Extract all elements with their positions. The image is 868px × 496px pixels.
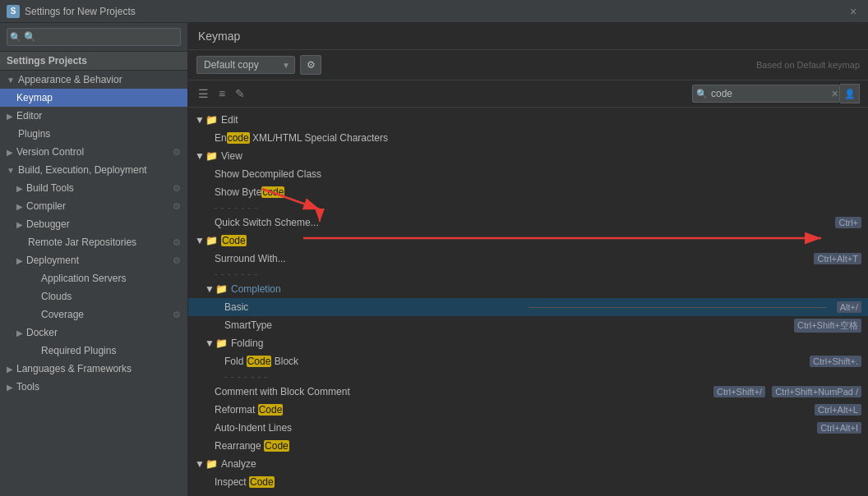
quick-switch-shortcut: Ctrl+ (835, 217, 861, 228)
keymap-label: Keymap (16, 92, 53, 103)
bytecode-highlight: code (261, 186, 284, 198)
sidebar-item-coverage[interactable]: Coverage ⚙ (0, 305, 187, 324)
content-header: Keymap (188, 23, 868, 50)
divider-3: - - - - - - - (188, 370, 868, 383)
comment-block-shortcut1: Ctrl+Shift+/ (713, 386, 765, 397)
tree-item-rearrange-code[interactable]: Rearrange Code (188, 437, 868, 455)
tree-item-smarttype[interactable]: SmartType Ctrl+Shift+空格 (188, 316, 868, 334)
content-panel: Keymap Default copy ▼ ⚙ Based on Default… (188, 23, 868, 496)
tree-item-surround-with[interactable]: Surround With... Ctrl+Alt+T (188, 250, 868, 268)
reformat-code-shortcut: Ctrl+Alt+L (815, 404, 861, 416)
folding-expand-arrow: ▼ (205, 338, 213, 349)
fold-code-shortcut: Ctrl+Shift+. (810, 356, 861, 367)
edit-folder-icon: 📁 (205, 114, 218, 126)
docker-arrow: ▶ (16, 328, 23, 338)
sidebar-item-application-servers[interactable]: Application Servers (0, 269, 187, 287)
sidebar: 🔍 Settings Projects ▼ Appearance & Behav… (0, 23, 188, 496)
expand-all-button[interactable]: ≡ (217, 85, 227, 102)
sidebar-item-deployment[interactable]: ▶ Deployment ⚙ (0, 251, 187, 269)
debugger-label: Debugger (26, 218, 70, 230)
quick-switch-label: Quick Switch Scheme... (215, 217, 832, 228)
completion-expand-arrow: ▼ (205, 283, 213, 295)
remote-jar-label: Remote Jar Repositories (28, 237, 136, 248)
tree-item-encode-xml[interactable]: Encode XML/HTML Special Characters (188, 129, 868, 147)
tree-item-comment-block[interactable]: Comment with Block Comment Ctrl+Shift+/ … (188, 383, 868, 401)
version-control-arrow: ▶ (7, 148, 13, 157)
reformat-code-label: Reformat Code (215, 404, 811, 416)
sidebar-item-build-tools[interactable]: ▶ Build Tools ⚙ (0, 179, 187, 197)
analyze-folder-icon: 📁 (205, 458, 218, 470)
keymap-toolbar: Default copy ▼ ⚙ Based on Default keymap (188, 50, 868, 80)
tree-item-auto-indent[interactable]: Auto-Indent Lines Ctrl+Alt+I (188, 419, 868, 437)
keymap-tree: ▼ 📁 Edit Encode XML/HTML Special Charact… (188, 108, 868, 496)
plugins-label: Plugins (18, 128, 50, 140)
inspect-code-highlight: Code (249, 476, 275, 488)
tree-group-code[interactable]: ▼ 📁 Code (188, 232, 868, 250)
compiler-arrow: ▶ (16, 202, 23, 211)
basic-line (529, 307, 826, 308)
sidebar-item-tools[interactable]: ▶ Tools (0, 378, 187, 396)
sidebar-item-docker[interactable]: ▶ Docker (0, 324, 187, 342)
tree-group-folding[interactable]: ▼ 📁 Folding (188, 334, 868, 352)
build-tools-gear: ⚙ (173, 183, 181, 194)
tree-group-analyze[interactable]: ▼ 📁 Analyze (188, 455, 868, 473)
tree-item-show-bytecode[interactable]: Show Bytecode (188, 183, 868, 201)
show-decompiled-label: Show Decompiled Class (215, 168, 861, 180)
tree-item-quick-switch[interactable]: Quick Switch Scheme... Ctrl+ (188, 214, 868, 232)
sidebar-item-debugger[interactable]: ▶ Debugger (0, 215, 187, 233)
languages-arrow: ▶ (7, 365, 13, 374)
appearance-arrow: ▼ (7, 76, 15, 85)
sidebar-item-editor[interactable]: ▶ Editor (0, 107, 187, 125)
divider-2: - - - - - - - (188, 268, 868, 280)
edit-shortcut-button[interactable]: ✎ (233, 85, 247, 102)
sidebar-search-input[interactable] (7, 28, 181, 46)
keymap-search-input[interactable] (692, 85, 840, 103)
tree-item-show-decompiled[interactable]: Show Decompiled Class (188, 165, 868, 183)
build-execution-arrow: ▼ (7, 166, 15, 175)
sidebar-item-build-execution[interactable]: ▼ Build, Execution, Deployment (0, 161, 187, 179)
show-bytecode-label: Show Bytecode (215, 186, 861, 198)
sidebar-item-compiler[interactable]: ▶ Compiler ⚙ (0, 197, 187, 215)
build-tools-arrow: ▶ (16, 184, 23, 193)
encode-highlight: code (227, 132, 250, 144)
tree-item-basic[interactable]: Basic Alt+/ (188, 298, 868, 316)
sidebar-item-settings-projects[interactable]: Settings Projects (0, 52, 187, 71)
basic-shortcut: Alt+/ (837, 301, 861, 313)
sidebar-item-keymap[interactable]: Keymap (0, 89, 187, 107)
languages-label: Languages & Frameworks (16, 363, 132, 374)
tree-group-edit[interactable]: ▼ 📁 Edit (188, 111, 868, 129)
search-options-button[interactable]: 👤 (840, 84, 860, 103)
sidebar-item-languages[interactable]: ▶ Languages & Frameworks (0, 360, 187, 378)
view-group-label: View (221, 150, 861, 162)
tree-group-view[interactable]: ▼ 📁 View (188, 147, 868, 165)
tree-group-completion[interactable]: ▼ 📁 Completion (188, 280, 868, 298)
edit-group-label: Edit (221, 114, 861, 126)
settings-gear-button[interactable]: ⚙ (300, 55, 321, 75)
sidebar-item-plugins[interactable]: Plugins (0, 125, 187, 143)
sidebar-item-required-plugins[interactable]: Required Plugins (0, 342, 187, 360)
tree-item-fold-code-block[interactable]: Fold Code Block Ctrl+Shift+. (188, 352, 868, 370)
tree-item-inspect-code[interactable]: Inspect Code (188, 473, 868, 491)
content-title: Keymap (198, 30, 240, 43)
search-clear-button[interactable]: ✕ (831, 89, 838, 99)
sidebar-item-version-control[interactable]: ▶ Version Control ⚙ (0, 143, 187, 161)
sidebar-item-clouds[interactable]: Clouds (0, 287, 187, 305)
settings-projects-label: Settings Projects (7, 55, 87, 67)
close-button[interactable]: × (845, 3, 861, 20)
version-control-gear: ⚙ (173, 147, 181, 158)
sidebar-item-remote-jar[interactable]: Remote Jar Repositories ⚙ (0, 233, 187, 251)
collapse-all-button[interactable]: ☰ (196, 85, 210, 102)
compiler-gear: ⚙ (173, 201, 181, 212)
editor-arrow: ▶ (7, 112, 13, 121)
code-expand-arrow: ▼ (195, 235, 203, 246)
keymap-scheme-select[interactable]: Default copy (196, 56, 295, 74)
surround-with-label: Surround With... (215, 253, 810, 264)
sidebar-search-icon: 🔍 (10, 32, 21, 43)
auto-indent-shortcut: Ctrl+Alt+I (817, 422, 861, 434)
tree-item-reformat-code[interactable]: Reformat Code Ctrl+Alt+L (188, 401, 868, 419)
coverage-gear: ⚙ (173, 310, 181, 320)
surround-with-shortcut: Ctrl+Alt+T (814, 253, 861, 264)
sidebar-item-appearance[interactable]: ▼ Appearance & Behavior (0, 71, 187, 89)
deployment-label: Deployment (26, 255, 79, 266)
tools-arrow: ▶ (7, 383, 13, 392)
